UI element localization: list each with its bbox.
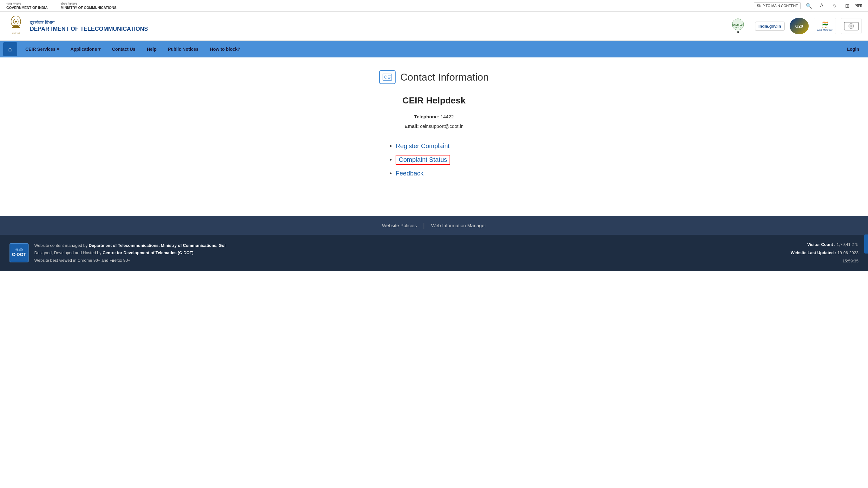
page-title: Contact Information <box>400 71 489 83</box>
helpdesk-title: CEIR Helpdesk <box>6 95 862 106</box>
india-gov-logo: india.gov.in <box>755 22 784 31</box>
nav-public-notices[interactable]: Public Notices <box>162 41 204 57</box>
designed-by-line: Designed, Developed and Hosted by Centre… <box>34 249 225 256</box>
skip-to-main-link[interactable]: SKIP TO MAIN CONTENT <box>754 2 801 9</box>
ceir-services-dropdown-icon: ▾ <box>57 47 59 52</box>
svg-text:≋: ≋ <box>850 25 852 28</box>
language-button[interactable]: भाषा <box>855 3 862 8</box>
share-icon[interactable]: ⎋ <box>830 1 839 10</box>
last-updated-label: Website Last Updated : <box>790 250 836 255</box>
svg-text:SANCHAR: SANCHAR <box>733 24 744 26</box>
sanchar-svg: SANCHAR SAATH 📱 <box>727 18 749 35</box>
complaint-status-link[interactable]: Complaint Status <box>396 155 450 165</box>
web-info-manager-link[interactable]: Web Information Manager <box>425 223 492 228</box>
contact-card-icon <box>382 73 392 81</box>
gov-india-text: भारत सरकार GOVERNMENT OF INDIA <box>6 2 48 9</box>
links-section: Register Complaint Complaint Status Feed… <box>371 143 497 177</box>
helpdesk-info: Telephone: 14422 Email: ceir.support@cdo… <box>6 112 862 131</box>
nav-items: CEIR Services ▾ Applications ▾ Contact U… <box>20 41 841 57</box>
list-item-register: Register Complaint <box>390 143 497 150</box>
azadi-logo: 🇮🇳 Azadi Amrit Mahotsav <box>814 18 836 34</box>
managed-by-prefix: Website content managed by <box>34 243 89 248</box>
navbar: ⌂ CEIR Services ▾ Applications ▾ Contact… <box>0 41 868 57</box>
svg-point-14 <box>384 76 387 79</box>
managed-by-org: Department of Telecommunications, Minist… <box>89 243 225 248</box>
search-icon[interactable]: 🔍 <box>805 1 813 10</box>
header-logos: SANCHAR SAATH 📱 india.gov.in G20 🇮🇳 Azad… <box>726 18 862 35</box>
page-title-section: Contact Information <box>6 70 862 84</box>
svg-rect-4 <box>12 27 20 28</box>
nav-applications-label: Applications <box>70 47 97 52</box>
gov-bar-divider <box>54 1 54 10</box>
svg-text:SAATH: SAATH <box>735 27 741 29</box>
footer-bottom: सी-डॉट C-DOT Website content managed by … <box>0 235 868 271</box>
header-left: सत्यमेव जयते दूरसंचार विभाग DEPARTMENT O… <box>6 15 148 37</box>
font-size-icon[interactable]: A <box>817 1 826 10</box>
nav-applications[interactable]: Applications ▾ <box>65 41 106 57</box>
managed-by-line: Website content managed by Department of… <box>34 242 225 249</box>
applications-dropdown-icon: ▾ <box>98 47 100 52</box>
website-policies-link[interactable]: Website Policies <box>376 223 423 228</box>
nav-how-to-block-label: How to block? <box>210 47 241 52</box>
footer-bottom-left: सी-डॉट C-DOT Website content managed by … <box>9 242 225 264</box>
footer-bottom-right: Visitor Count : 1,79,41,275 Website Last… <box>790 241 859 265</box>
visitor-count-line: Visitor Count : 1,79,41,275 <box>790 241 859 249</box>
main-content: Contact Information CEIR Helpdesk Teleph… <box>0 57 868 216</box>
nav-help[interactable]: Help <box>141 41 162 57</box>
ministry-text: संचार मंत्रालय MINISTRY OF COMMUNICATION… <box>61 2 117 9</box>
contact-icon-box <box>379 70 396 84</box>
browser-note: Website best viewed in Chrome 90+ and Fi… <box>34 257 225 264</box>
cdot-english: C-DOT <box>12 252 26 257</box>
dept-name: दूरसंचार विभाग DEPARTMENT OF TELECOMMUNI… <box>30 19 148 33</box>
links-list: Register Complaint Complaint Status Feed… <box>390 143 497 177</box>
footer-top: Website Policies | Web Information Manag… <box>0 216 868 235</box>
gov-bar-right: SKIP TO MAIN CONTENT 🔍 A ⎋ ⊞ भाषा <box>754 1 862 10</box>
telephone-value: 14422 <box>441 114 454 119</box>
last-updated-time: 15:59:35 <box>790 257 859 265</box>
emblem: सत्यमेव जयते <box>6 15 25 37</box>
nav-help-label: Help <box>147 47 156 52</box>
telephone-label: Telephone: <box>414 114 439 119</box>
email-line: Email: ceir.support@cdot.in <box>6 122 862 131</box>
email-value: ceir.support@cdot.in <box>420 123 464 129</box>
designed-by-prefix: Designed, Developed and Hosted by <box>34 250 102 255</box>
nav-how-to-block[interactable]: How to block? <box>204 41 246 57</box>
list-item-feedback: Feedback <box>390 170 497 177</box>
visitor-count-value: 1,79,41,275 <box>837 242 859 247</box>
hindi-ministry: संचार मंत्रालय <box>61 2 117 6</box>
login-button[interactable]: Login <box>841 41 865 57</box>
nav-ceir-services[interactable]: CEIR Services ▾ <box>20 41 65 57</box>
email-label: Email: <box>404 123 419 129</box>
visitor-count-label: Visitor Count : <box>807 242 835 247</box>
other-logo-svg: ≋ <box>843 20 860 32</box>
nav-ceir-services-label: CEIR Services <box>25 47 56 52</box>
helpdesk-section: CEIR Helpdesk Telephone: 14422 Email: ce… <box>6 95 862 131</box>
gov-bar: भारत सरकार GOVERNMENT OF INDIA संचार मंत… <box>0 0 868 12</box>
dept-hindi: दूरसंचार विभाग <box>30 19 148 26</box>
nav-contact-us-label: Contact Us <box>112 47 135 52</box>
list-item-status: Complaint Status <box>390 155 497 165</box>
sitemap-icon[interactable]: ⊞ <box>843 1 851 10</box>
dept-english: DEPARTMENT OF TELECOMMUNICATIONS <box>30 25 148 33</box>
last-updated-value: 19-06-2023 <box>838 250 859 255</box>
other-logo: ≋ <box>841 18 862 34</box>
last-updated-line: Website Last Updated : 19-06-2023 <box>790 249 859 257</box>
hindi-gov: भारत सरकार <box>6 2 48 6</box>
ministry-label: MINISTRY OF COMMUNICATIONS <box>61 6 117 9</box>
sanchar-saath-logo: SANCHAR SAATH 📱 <box>726 18 750 35</box>
feedback-link[interactable]: Feedback <box>396 170 424 177</box>
cdot-hindi: सी-डॉट <box>15 248 23 252</box>
designed-by-org: Centre for Development of Telematics (C-… <box>102 250 193 255</box>
svg-text:📱: 📱 <box>737 30 740 33</box>
footer-text: Website content managed by Department of… <box>34 242 225 264</box>
gov-bar-left: भारत सरकार GOVERNMENT OF INDIA संचार मंत… <box>6 1 117 10</box>
g20-logo: G20 <box>789 18 809 34</box>
home-button[interactable]: ⌂ <box>3 42 17 56</box>
register-complaint-link[interactable]: Register Complaint <box>396 143 450 150</box>
header: सत्यमेव जयते दूरसंचार विभाग DEPARTMENT O… <box>0 12 868 41</box>
gov-india-label: GOVERNMENT OF INDIA <box>6 6 48 9</box>
nav-contact-us[interactable]: Contact Us <box>106 41 141 57</box>
nav-public-notices-label: Public Notices <box>168 47 198 52</box>
svg-point-2 <box>15 21 17 23</box>
scroll-indicator <box>864 235 868 253</box>
